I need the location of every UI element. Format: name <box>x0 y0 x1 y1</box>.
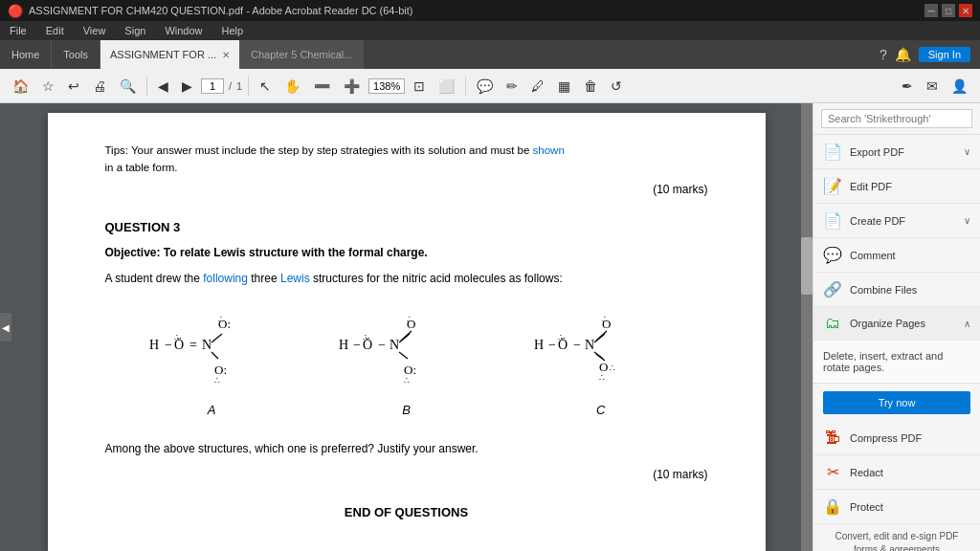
structure-a: H − Ö ∴ = N O: O: <box>140 299 283 421</box>
window-controls: ─ □ ✕ <box>924 4 972 17</box>
tab-home[interactable]: Home <box>0 40 52 69</box>
structure-b: H − Ö ∴ − N O ∴ O: <box>334 299 478 421</box>
page-input[interactable] <box>201 78 224 94</box>
compress-pdf-label: Compress PDF <box>850 432 970 444</box>
draw-btn[interactable]: ✏ <box>501 76 523 97</box>
notification-icon[interactable]: 🔔 <box>895 47 911 62</box>
organize-pages-label: Organize Pages <box>850 318 956 329</box>
pdf-page: Tips: Your answer must include the step … <box>48 113 766 551</box>
organize-pages-header[interactable]: 🗂 Organize Pages ∧ <box>813 307 980 341</box>
search-box <box>813 103 980 135</box>
search-input[interactable] <box>821 109 972 128</box>
tab-chapter5[interactable]: Chapter 5 Chemical... <box>239 40 364 69</box>
create-pdf-item[interactable]: 📄 Create PDF ∨ <box>813 204 980 238</box>
svg-text:N: N <box>585 338 594 352</box>
edit-pdf-item[interactable]: 📝 Edit PDF <box>813 169 980 204</box>
separator3 <box>465 77 466 96</box>
menu-window[interactable]: Window <box>161 25 206 36</box>
next-page-btn[interactable]: ▶ <box>177 76 197 97</box>
structure-b-svg: H − Ö ∴ − N O ∴ O: <box>334 299 478 395</box>
zoom-mode-btn[interactable]: ⊡ <box>409 76 430 97</box>
close-button[interactable]: ✕ <box>959 4 972 17</box>
menu-bar: File Edit View Sign Window Help <box>0 21 980 40</box>
redact-item[interactable]: ✂ Redact <box>813 455 980 490</box>
menu-help[interactable]: Help <box>218 25 248 36</box>
print-btn[interactable]: 🖨 <box>88 76 111 97</box>
protect-icon: 🔒 <box>823 497 842 516</box>
compress-pdf-item[interactable]: 🗜 Compress PDF <box>813 422 980 455</box>
svg-text:∴: ∴ <box>174 333 180 342</box>
undo-btn[interactable]: ↺ <box>606 76 627 97</box>
tab-bar-right: ? 🔔 Sign In <box>870 40 980 69</box>
svg-text:−: − <box>548 338 556 352</box>
structure-b-label: B <box>402 401 411 421</box>
scroll-thumb[interactable] <box>801 237 813 295</box>
highlight-btn[interactable]: 🖊 <box>526 76 549 97</box>
mail-btn[interactable]: ✉ <box>922 76 943 97</box>
sign-btn2[interactable]: ✒ <box>897 76 918 97</box>
svg-text:∴: ∴ <box>214 376 220 386</box>
export-pdf-item[interactable]: 📄 Export PDF ∨ <box>813 135 980 169</box>
svg-text:∴: ∴ <box>218 315 224 324</box>
organize-expanded: Delete, insert, extract and rotate pages… <box>813 341 980 384</box>
pdf-scrollbar[interactable] <box>801 103 813 551</box>
try-now-button[interactable]: Try now <box>823 391 970 414</box>
organize-pages-icon: 🗂 <box>823 315 842 332</box>
zoom-in-btn[interactable]: ➕ <box>339 76 365 97</box>
question3-header: QUESTION 3 <box>105 218 708 238</box>
svg-text:O:: O: <box>214 363 227 377</box>
shown-text: shown <box>533 144 565 156</box>
stamp-btn[interactable]: ▦ <box>553 76 575 97</box>
home-toolbar-btn[interactable]: 🏠 <box>8 76 33 97</box>
svg-text:−: − <box>573 338 581 352</box>
export-pdf-label: Export PDF <box>850 146 956 158</box>
tab-assignment[interactable]: ASSIGNMENT FOR ... ✕ <box>100 40 239 69</box>
back-btn[interactable]: ↩ <box>63 76 84 97</box>
menu-view[interactable]: View <box>79 25 110 36</box>
comment-btn[interactable]: 💬 <box>472 76 498 97</box>
pdf-scroll-area[interactable]: ◀ Tips: Your answer must include the ste… <box>0 103 813 551</box>
comment-item[interactable]: 💬 Comment <box>813 238 980 273</box>
fit-page-btn[interactable]: ⬜ <box>434 76 459 97</box>
search-btn[interactable]: 🔍 <box>115 76 141 97</box>
protect-item[interactable]: 🔒 Protect <box>813 490 980 524</box>
menu-file[interactable]: File <box>6 25 31 36</box>
svg-text:H: H <box>149 338 159 352</box>
menu-sign[interactable]: Sign <box>121 25 149 36</box>
app-icon: 🔴 <box>8 4 23 18</box>
cursor-tool-btn[interactable]: ↖ <box>255 76 276 97</box>
tab-close-icon[interactable]: ✕ <box>222 50 230 60</box>
tab-tools[interactable]: Tools <box>52 40 100 69</box>
svg-text:H: H <box>534 338 544 352</box>
account-btn[interactable]: 👤 <box>947 76 972 97</box>
prev-page-btn[interactable]: ◀ <box>153 76 173 97</box>
objective-text: Objective: To relate Lewis structure wit… <box>105 244 708 262</box>
separator2 <box>248 77 249 96</box>
menu-edit[interactable]: Edit <box>42 25 68 36</box>
tab-bar: Home Tools ASSIGNMENT FOR ... ✕ Chapter … <box>0 40 980 69</box>
zoom-out-btn[interactable]: ➖ <box>309 76 335 97</box>
sign-in-button[interactable]: Sign In <box>919 47 970 62</box>
combine-files-item[interactable]: 🔗 Combine Files <box>813 273 980 307</box>
svg-text:O:: O: <box>404 363 416 377</box>
hand-tool-btn[interactable]: ✋ <box>279 76 305 97</box>
collapse-panel-tab[interactable]: ◀ <box>0 313 11 342</box>
comment-icon: 💬 <box>823 246 842 264</box>
page-nav: / 1 <box>201 78 242 94</box>
svg-line-9 <box>212 352 218 359</box>
svg-text:−: − <box>165 338 172 352</box>
help-icon[interactable]: ? <box>880 47 887 62</box>
zoom-input[interactable] <box>368 78 405 94</box>
convert-text: Convert, edit and e-sign PDF forms & agr… <box>813 524 980 551</box>
svg-text:∴: ∴ <box>610 364 615 373</box>
svg-text:−: − <box>378 338 386 352</box>
toolbar-right: ✒ ✉ 👤 <box>897 76 972 97</box>
maximize-button[interactable]: □ <box>942 4 955 17</box>
structure-c-svg: H − Ö ∴ − N O ∴ O <box>529 299 673 395</box>
protect-label: Protect <box>850 501 970 513</box>
combine-files-label: Combine Files <box>850 284 970 296</box>
bookmark-btn[interactable]: ☆ <box>37 76 59 97</box>
redact-icon: ✂ <box>823 463 842 481</box>
delete-btn[interactable]: 🗑 <box>579 76 602 97</box>
minimize-button[interactable]: ─ <box>924 4 938 17</box>
